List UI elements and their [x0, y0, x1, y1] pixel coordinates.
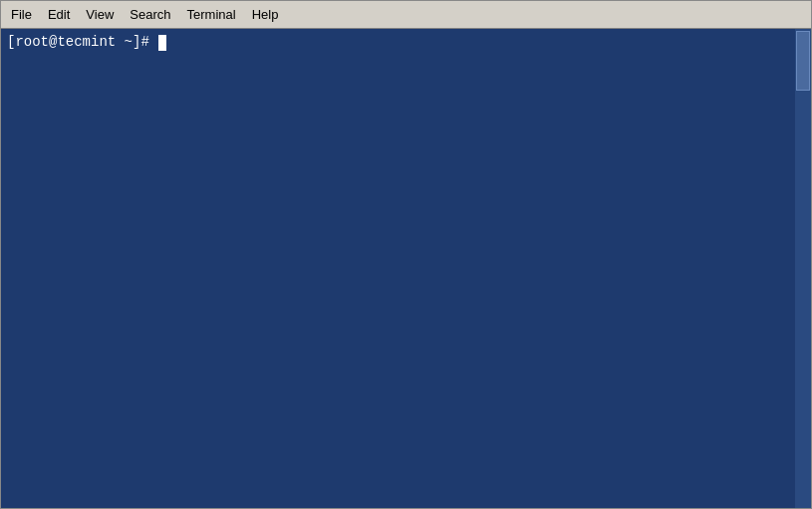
- terminal-window: File Edit View Search Terminal Help [roo…: [0, 0, 812, 509]
- menu-file[interactable]: File: [3, 4, 40, 25]
- terminal-prompt: [root@tecmint ~]#: [7, 33, 157, 53]
- terminal-cursor: [158, 35, 166, 51]
- menu-search[interactable]: Search: [122, 4, 178, 25]
- terminal-prompt-line: [root@tecmint ~]#: [7, 33, 805, 53]
- scrollbar[interactable]: [795, 29, 811, 508]
- menu-view[interactable]: View: [78, 4, 122, 25]
- terminal-body[interactable]: [root@tecmint ~]#: [1, 29, 811, 508]
- menu-terminal[interactable]: Terminal: [179, 4, 244, 25]
- scrollbar-thumb[interactable]: [796, 31, 810, 91]
- menubar: File Edit View Search Terminal Help: [1, 1, 811, 29]
- menu-edit[interactable]: Edit: [40, 4, 78, 25]
- menu-help[interactable]: Help: [244, 4, 287, 25]
